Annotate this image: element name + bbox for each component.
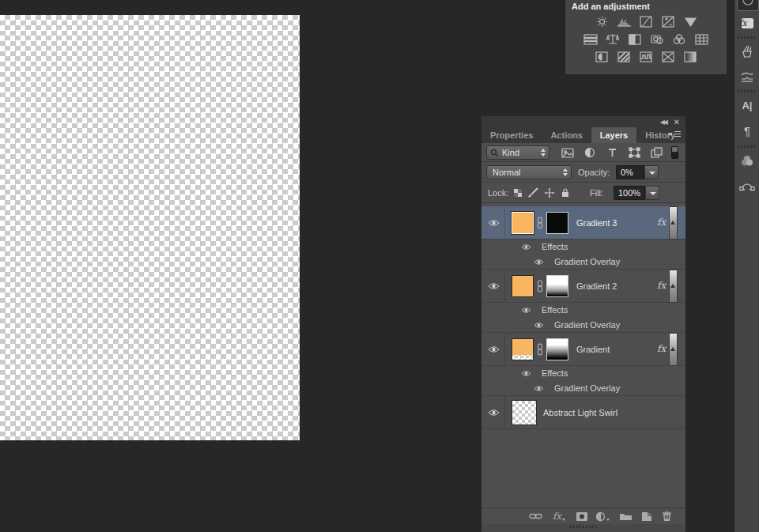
layer-name[interactable]: Gradient <box>576 345 610 354</box>
new-layer-icon[interactable] <box>639 510 655 523</box>
brush-presets-panel-icon[interactable] <box>737 66 757 87</box>
layer-row-gradient[interactable]: Gradient fx <box>481 333 685 366</box>
layer-thumbnail[interactable] <box>512 338 534 360</box>
opacity-dropdown-button[interactable] <box>644 165 659 179</box>
paths-panel-icon[interactable] <box>737 175 757 196</box>
adjustments-panel-icon[interactable] <box>737 0 759 11</box>
filter-kind-dropdown[interactable]: Kind <box>486 145 549 160</box>
add-adjustment-title: Add an adjustment <box>565 0 727 11</box>
paragraph-panel-icon[interactable]: ¶ <box>737 120 757 141</box>
collapse-panel-button[interactable]: ◀◀ <box>660 119 666 126</box>
dock-gripper[interactable] <box>738 145 756 148</box>
add-layer-style-icon[interactable]: fx <box>551 510 567 523</box>
layer-name[interactable]: Gradient 2 <box>576 281 617 291</box>
brightness-contrast-icon[interactable] <box>593 15 611 28</box>
panel-icon-dock: fx A| ¶ <box>734 0 759 532</box>
link-layers-icon[interactable] <box>527 510 543 523</box>
overlay-eye-icon[interactable] <box>534 385 544 392</box>
layer-mask-thumbnail[interactable] <box>546 275 568 297</box>
character-panel-icon[interactable]: A| <box>737 95 757 115</box>
close-panel-button[interactable]: × <box>674 117 679 126</box>
styles-panel-icon[interactable]: fx <box>737 13 757 33</box>
dock-gripper[interactable] <box>738 36 756 39</box>
tab-layers[interactable]: Layers <box>591 127 636 143</box>
black-and-white-icon[interactable] <box>626 32 644 46</box>
filter-adjustment-layers-icon[interactable] <box>583 146 597 159</box>
lock-transparency-icon[interactable] <box>512 187 524 198</box>
visibility-eye-icon[interactable] <box>488 219 500 227</box>
blend-mode-dropdown[interactable]: Normal <box>486 165 572 179</box>
lock-pixels-icon[interactable] <box>527 187 540 198</box>
collapse-effects-button[interactable] <box>669 333 678 366</box>
opacity-value[interactable]: 0% <box>616 165 644 179</box>
gradient-overlay-label[interactable]: Gradient Overlay <box>554 257 620 266</box>
new-adjustment-layer-icon[interactable] <box>595 510 610 523</box>
lock-position-icon[interactable] <box>543 187 556 198</box>
layer-thumbnail[interactable] <box>512 275 534 297</box>
document-canvas-transparent[interactable] <box>0 15 300 440</box>
selective-color-icon[interactable] <box>659 50 678 63</box>
filtering-toggle[interactable] <box>671 146 678 159</box>
effects-label[interactable]: Effects <box>542 242 568 251</box>
fill-value[interactable]: 100% <box>614 186 645 200</box>
new-group-icon[interactable] <box>617 510 633 523</box>
effects-label[interactable]: Effects <box>542 305 568 315</box>
layer-mask-thumbnail[interactable] <box>546 338 568 360</box>
posterize-icon[interactable] <box>615 50 633 63</box>
levels-icon[interactable] <box>615 15 633 28</box>
color-themes-panel-icon[interactable] <box>737 150 757 171</box>
panel-resize-strip[interactable] <box>481 524 686 532</box>
effects-label[interactable]: Effects <box>542 368 568 378</box>
filter-pixel-layers-icon[interactable] <box>561 146 575 159</box>
hue-saturation-icon[interactable] <box>582 32 600 46</box>
filter-smart-objects-icon[interactable] <box>649 146 663 159</box>
curves-icon[interactable] <box>637 15 655 28</box>
collapse-effects-button[interactable] <box>669 206 678 240</box>
color-balance-icon[interactable] <box>604 32 622 46</box>
link-mask-icon[interactable] <box>537 280 543 292</box>
threshold-icon[interactable] <box>637 50 655 63</box>
color-lookup-icon[interactable] <box>693 32 711 46</box>
filter-type-layers-icon[interactable] <box>605 146 619 159</box>
effects-eye-icon[interactable] <box>521 370 531 377</box>
tab-properties[interactable]: Properties <box>481 127 542 143</box>
visibility-eye-icon[interactable] <box>488 345 500 353</box>
effects-eye-icon[interactable] <box>521 307 531 314</box>
brush-panel-icon[interactable] <box>737 41 757 62</box>
visibility-eye-icon[interactable] <box>488 282 500 290</box>
layer-row-gradient-2[interactable]: Gradient 2 fx <box>481 270 685 303</box>
visibility-eye-icon[interactable] <box>488 409 500 417</box>
photo-filter-icon[interactable] <box>648 32 666 46</box>
invert-icon[interactable] <box>593 50 611 63</box>
layer-fx-badge: fx <box>657 343 666 354</box>
channel-mixer-icon[interactable] <box>670 32 689 46</box>
tab-actions[interactable]: Actions <box>542 127 591 143</box>
gradient-overlay-label[interactable]: Gradient Overlay <box>554 383 620 393</box>
layer-thumbnail[interactable] <box>512 212 534 234</box>
overlay-eye-icon[interactable] <box>534 258 544 266</box>
layer-name[interactable]: Abstract Light Swirl <box>543 408 617 417</box>
layer-thumbnail[interactable] <box>512 400 537 425</box>
exposure-icon[interactable] <box>659 15 678 28</box>
effects-eye-icon[interactable] <box>521 243 531 251</box>
delete-layer-icon[interactable] <box>659 510 674 523</box>
gradient-overlay-label[interactable]: Gradient Overlay <box>554 320 620 330</box>
link-mask-icon[interactable] <box>537 217 543 229</box>
gradient-map-icon[interactable] <box>682 50 700 63</box>
layer-row-gradient-3[interactable]: Gradient 3 fx <box>481 206 685 240</box>
dock-gripper[interactable] <box>738 90 756 92</box>
overlay-eye-icon[interactable] <box>534 322 544 329</box>
layer-name[interactable]: Gradient 3 <box>576 218 617 228</box>
photoshop-workspace: Add an adjustment <box>0 0 759 532</box>
filter-shape-layers-icon[interactable] <box>627 146 641 159</box>
fill-dropdown-button[interactable] <box>645 186 659 200</box>
add-layer-mask-icon[interactable] <box>574 510 590 523</box>
collapse-effects-button[interactable] <box>669 270 678 303</box>
panel-menu-icon[interactable] <box>668 130 681 139</box>
layer-row-abstract-light-swirl[interactable]: Abstract Light Swirl <box>481 396 685 429</box>
effects-subrow: Effects <box>481 240 685 255</box>
layer-mask-thumbnail[interactable] <box>546 212 568 234</box>
vibrance-icon[interactable] <box>682 15 700 28</box>
link-mask-icon[interactable] <box>537 343 543 356</box>
lock-all-icon[interactable] <box>559 187 572 198</box>
